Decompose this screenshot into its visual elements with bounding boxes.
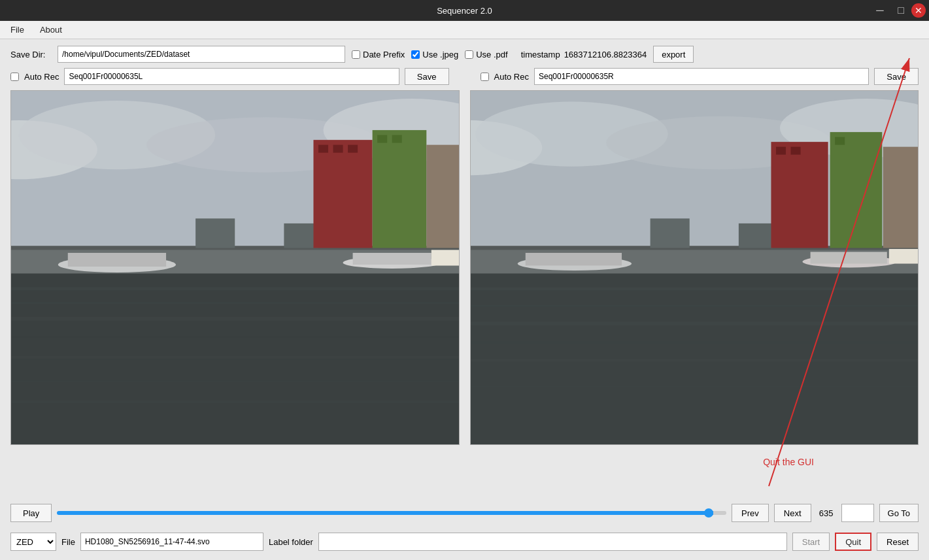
svg-rect-54 xyxy=(650,218,689,248)
close-button[interactable]: ✕ xyxy=(911,3,926,18)
right-save-button[interactable]: Save xyxy=(874,68,919,85)
svg-rect-67 xyxy=(883,147,918,248)
next-button[interactable]: Next xyxy=(774,504,811,522)
label-folder-label: Label folder xyxy=(269,537,313,547)
left-filename-input[interactable] xyxy=(64,68,399,85)
use-pdf-group: Use .pdf xyxy=(465,50,507,59)
svg-rect-31 xyxy=(426,145,458,248)
use-jpeg-label: Use .jpeg xyxy=(422,50,458,59)
window-title: Sequencer 2.0 xyxy=(437,6,492,16)
file-input[interactable] xyxy=(80,533,263,551)
timestamp-value: 1683712106.8823364 xyxy=(564,50,647,59)
export-button[interactable]: export xyxy=(653,46,694,63)
svg-rect-26 xyxy=(333,145,343,153)
frame-number: 635 xyxy=(817,508,836,518)
left-image-container xyxy=(10,90,460,445)
quit-button[interactable]: Quit xyxy=(835,533,871,551)
autorec-row: Auto Rec Save Auto Rec Save xyxy=(10,68,919,85)
use-jpeg-group: Use .jpeg xyxy=(411,50,458,59)
main-content: Save Dir: Date Prefix Use .jpeg Use .pdf… xyxy=(0,39,929,560)
reset-button[interactable]: Reset xyxy=(877,533,919,551)
left-harbor-scene xyxy=(11,91,459,444)
minimize-button[interactable]: ─ xyxy=(870,0,890,21)
svg-rect-10 xyxy=(11,356,459,359)
svg-rect-48 xyxy=(471,321,919,325)
right-autorec-label: Auto Rec xyxy=(494,72,529,82)
label-folder-input[interactable] xyxy=(318,533,787,551)
timestamp-label: timestamp xyxy=(521,50,560,59)
svg-rect-6 xyxy=(11,288,459,291)
svg-rect-9 xyxy=(11,337,459,338)
svg-rect-28 xyxy=(373,130,427,248)
svg-rect-64 xyxy=(790,147,800,155)
menubar: File About xyxy=(0,21,929,39)
start-button[interactable]: Start xyxy=(792,533,830,551)
svg-rect-16 xyxy=(284,223,318,248)
quit-annotation-label: Quit the GUI xyxy=(763,457,814,467)
maximize-button[interactable]: □ xyxy=(890,0,911,21)
right-autorec-checkbox[interactable] xyxy=(481,73,489,81)
prev-button[interactable]: Prev xyxy=(732,504,769,522)
svg-rect-73 xyxy=(888,249,918,264)
svg-rect-12 xyxy=(11,400,459,403)
date-prefix-checkbox[interactable] xyxy=(352,50,360,59)
svg-rect-46 xyxy=(471,288,919,291)
svg-rect-15 xyxy=(195,218,235,248)
svg-rect-65 xyxy=(830,132,882,248)
window-controls: ─ □ ✕ xyxy=(870,0,929,21)
svg-rect-50 xyxy=(471,359,919,362)
svg-rect-63 xyxy=(775,147,785,155)
right-harbor-scene xyxy=(471,91,919,444)
goto-button[interactable]: Go To xyxy=(879,504,919,522)
progress-slider[interactable] xyxy=(57,511,726,515)
svg-rect-36 xyxy=(353,253,431,265)
svg-rect-45 xyxy=(471,268,919,445)
svg-rect-47 xyxy=(471,305,919,307)
right-autorec-group: Auto Rec Save xyxy=(481,68,919,85)
svg-rect-51 xyxy=(471,386,919,387)
titlebar: Sequencer 2.0 ─ □ ✕ xyxy=(0,0,929,21)
annotation-area: Quit the GUI xyxy=(10,450,919,496)
left-save-button[interactable]: Save xyxy=(405,68,449,85)
svg-rect-24 xyxy=(313,140,372,248)
use-jpeg-checkbox[interactable] xyxy=(411,50,420,59)
play-button[interactable]: Play xyxy=(10,504,52,522)
svg-rect-37 xyxy=(431,250,459,265)
images-row xyxy=(10,90,919,445)
left-autorec-label: Auto Rec xyxy=(24,72,59,82)
playback-row: Play Prev Next 635 Go To xyxy=(10,501,919,525)
file-label: File xyxy=(61,537,75,547)
svg-rect-11 xyxy=(11,380,459,382)
menu-about[interactable]: About xyxy=(35,23,67,37)
timestamp-group: timestamp 1683712106.8823364 xyxy=(521,50,647,59)
date-prefix-label: Date Prefix xyxy=(363,50,405,59)
svg-rect-30 xyxy=(392,135,402,143)
use-pdf-label: Use .pdf xyxy=(476,50,507,59)
save-dir-row: Save Dir: Date Prefix Use .jpeg Use .pdf… xyxy=(10,46,919,63)
left-autorec-group: Auto Rec Save xyxy=(10,68,449,85)
right-filename-input[interactable] xyxy=(534,68,869,85)
svg-rect-70 xyxy=(525,253,621,266)
goto-input[interactable] xyxy=(841,504,874,522)
svg-rect-49 xyxy=(471,341,919,343)
save-dir-input[interactable] xyxy=(58,46,345,63)
svg-rect-8 xyxy=(11,317,459,321)
svg-rect-29 xyxy=(377,135,387,143)
left-autorec-checkbox[interactable] xyxy=(10,73,19,81)
date-prefix-group: Date Prefix xyxy=(352,50,405,59)
menu-file[interactable]: File xyxy=(5,23,29,37)
svg-rect-62 xyxy=(771,142,828,248)
use-pdf-checkbox[interactable] xyxy=(465,50,473,59)
svg-rect-72 xyxy=(810,252,887,263)
svg-rect-25 xyxy=(318,145,328,153)
svg-rect-27 xyxy=(348,145,358,153)
source-select[interactable]: ZED Stereo Mono xyxy=(10,533,56,551)
save-dir-label: Save Dir: xyxy=(10,50,51,59)
svg-rect-34 xyxy=(68,253,166,267)
svg-rect-55 xyxy=(738,223,773,248)
svg-rect-66 xyxy=(835,137,845,145)
svg-rect-7 xyxy=(11,302,459,304)
source-row: ZED Stereo Mono File Label folder Start … xyxy=(10,530,919,553)
right-image-container xyxy=(470,90,919,445)
